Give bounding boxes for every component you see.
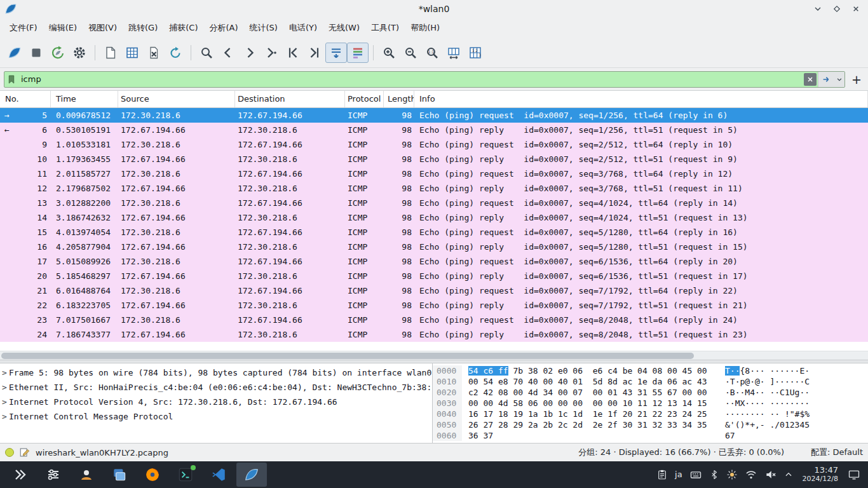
filter-apply-icon[interactable] [818, 72, 834, 87]
reload-file-icon[interactable] [165, 43, 186, 63]
packet-list[interactable]: → 5 0.009678512 172.30.218.6 172.67.194.… [0, 108, 868, 351]
display-filter-field[interactable] [4, 71, 845, 88]
packet-row-4[interactable]: 11 2.011585727 172.30.218.6 172.67.194.6… [0, 166, 868, 181]
vscode-icon[interactable] [203, 463, 234, 487]
display-filter-input[interactable] [18, 72, 804, 87]
menu-item-7[interactable]: 电话(Y) [283, 18, 323, 38]
filter-bookmark-icon[interactable] [4, 72, 18, 87]
filter-dropdown-icon[interactable] [834, 72, 844, 87]
hex-bytes[interactable]: 54 c6 ff 7b 38 02 e0 06 e6 c4 be 04 08 0… [462, 365, 716, 376]
column-header-no[interactable]: No. [0, 91, 51, 107]
app-menu-icon[interactable] [5, 463, 36, 487]
volume-muted-icon[interactable] [764, 468, 777, 481]
colorize-packets-icon[interactable] [347, 43, 369, 63]
expert-info-icon[interactable] [5, 448, 14, 457]
packet-row-8[interactable]: 15 4.013974054 172.30.218.6 172.67.194.6… [0, 225, 868, 240]
filter-clear-icon[interactable] [804, 73, 817, 86]
expand-tray-icon[interactable] [784, 470, 793, 479]
menu-item-3[interactable]: 跳转(G) [123, 18, 163, 38]
toggle-columns-icon[interactable]: 123 [465, 43, 486, 63]
hex-bytes[interactable]: 00 00 4d 58 06 00 00 00 00 00 10 11 12 1… [462, 398, 716, 409]
packet-row-0[interactable]: → 5 0.009678512 172.30.218.6 172.67.194.… [0, 108, 868, 123]
add-filter-button-icon[interactable]: + [849, 72, 864, 87]
hex-ascii[interactable]: ·B··M4·· ··C1Ug·· [716, 387, 810, 398]
clipboard-icon[interactable] [656, 469, 668, 480]
menu-item-1[interactable]: 编辑(E) [43, 18, 83, 38]
column-header-destination[interactable]: Destination [235, 91, 345, 107]
packet-row-1[interactable]: ← 6 0.530105191 172.67.194.66 172.30.218… [0, 123, 868, 137]
menu-item-8[interactable]: 无线(W) [323, 18, 365, 38]
stop-capture-icon[interactable] [25, 43, 47, 63]
hex-bytes[interactable]: 36 37 [462, 430, 716, 441]
hex-ascii[interactable]: 67 [716, 430, 735, 441]
go-to-packet-icon[interactable] [261, 43, 282, 63]
packet-row-12[interactable]: 21 6.016488764 172.30.218.6 172.67.194.6… [0, 283, 868, 298]
detail-row-0[interactable]: > Frame 5: 98 bytes on wire (784 bits), … [0, 365, 432, 380]
menu-item-9[interactable]: 工具(T) [365, 18, 405, 38]
clock[interactable]: 13:47 2024/12/8 [800, 466, 841, 484]
hex-bytes[interactable]: 00 54 e8 70 40 00 40 01 5d 8d ac 1e da 0… [462, 376, 716, 387]
resize-columns-icon[interactable] [443, 43, 465, 63]
hex-row-2[interactable]: 0020 c2 42 08 00 4d 34 00 07 00 01 43 31… [433, 387, 868, 398]
start-capture-icon[interactable] [4, 43, 25, 63]
ime-indicator[interactable]: ja [675, 470, 682, 479]
column-header-source[interactable]: Source [118, 91, 235, 107]
terminal-icon[interactable] [170, 463, 201, 487]
hex-row-4[interactable]: 0040 16 17 18 19 1a 1b 1c 1d 1e 1f 20 21… [433, 409, 868, 419]
go-last-packet-icon[interactable] [304, 43, 325, 63]
wifi-icon[interactable] [745, 468, 757, 481]
hex-row-6[interactable]: 0060 36 37 67 [433, 430, 868, 441]
packet-row-2[interactable]: 9 1.010533181 172.30.218.6 172.67.194.66… [0, 137, 868, 152]
hex-row-3[interactable]: 0030 00 00 4d 58 06 00 00 00 00 00 10 11… [433, 398, 868, 409]
hex-row-5[interactable]: 0050 26 27 28 29 2a 2b 2c 2d 2e 2f 30 31… [433, 419, 868, 430]
expander-icon[interactable]: > [0, 365, 9, 380]
zoom-out-icon[interactable] [400, 43, 421, 63]
close-file-icon[interactable] [143, 43, 165, 63]
show-desktop-icon[interactable] [848, 468, 860, 481]
hex-ascii[interactable]: &'()*+,- ./012345 [716, 419, 810, 430]
go-back-icon[interactable] [217, 43, 239, 63]
packet-row-7[interactable]: 14 3.186742632 172.67.194.66 172.30.218.… [0, 210, 868, 225]
open-file-icon[interactable] [100, 43, 121, 63]
hex-bytes[interactable]: 16 17 18 19 1a 1b 1c 1d 1e 1f 20 21 22 2… [462, 409, 716, 419]
packet-row-15[interactable]: 24 7.186743377 172.67.194.66 172.30.218.… [0, 327, 868, 342]
profile-label[interactable]: 配置: Default [811, 447, 863, 458]
restart-capture-icon[interactable] [47, 43, 69, 63]
hex-dump-pane[interactable]: 0000 54 c6 ff 7b 38 02 e0 06 e6 c4 be 04… [433, 363, 868, 443]
zoom-original-icon[interactable]: 1:1 [421, 43, 443, 63]
packet-row-6[interactable]: 13 3.012882200 172.30.218.6 172.67.194.6… [0, 196, 868, 210]
packet-row-14[interactable]: 23 7.017501667 172.30.218.6 172.67.194.6… [0, 313, 868, 327]
menu-item-5[interactable]: 分析(A) [203, 18, 243, 38]
save-file-icon[interactable] [121, 43, 143, 63]
night-light-icon[interactable] [726, 469, 738, 480]
packet-row-3[interactable]: 10 1.179363455 172.67.194.66 172.30.218.… [0, 152, 868, 166]
hex-bytes[interactable]: c2 42 08 00 4d 34 00 07 00 01 43 31 55 6… [462, 387, 716, 398]
capture-options-icon[interactable] [69, 43, 90, 63]
user-accounts-icon[interactable] [71, 463, 102, 487]
expander-icon[interactable]: > [0, 395, 9, 409]
column-header-info[interactable]: Info [414, 91, 868, 107]
capture-comment-icon[interactable] [19, 447, 31, 458]
detail-row-1[interactable]: > Ethernet II, Src: HonHaiPrecis_c4:be:0… [0, 380, 432, 395]
zoom-in-icon[interactable] [378, 43, 400, 63]
hex-bytes[interactable]: 26 27 28 29 2a 2b 2c 2d 2e 2f 30 31 32 3… [462, 419, 716, 430]
detail-row-2[interactable]: > Internet Protocol Version 4, Src: 172.… [0, 395, 432, 409]
menu-item-10[interactable]: 帮助(H) [405, 18, 445, 38]
packet-row-5[interactable]: 12 2.179687502 172.67.194.66 172.30.218.… [0, 181, 868, 196]
packet-row-10[interactable]: 17 5.015089926 172.30.218.6 172.67.194.6… [0, 254, 868, 269]
expander-icon[interactable]: > [0, 380, 9, 395]
menu-item-0[interactable]: 文件(F) [4, 18, 43, 38]
detail-row-3[interactable]: > Internet Control Message Protocol [0, 409, 432, 424]
column-header-length[interactable]: Length [384, 91, 414, 107]
packet-row-11[interactable]: 20 5.185468297 172.67.194.66 172.30.218.… [0, 269, 868, 283]
keyboard-icon[interactable] [689, 468, 702, 481]
horizontal-scrollbar[interactable] [0, 351, 868, 360]
go-first-packet-icon[interactable] [282, 43, 304, 63]
auto-scroll-icon[interactable] [325, 43, 347, 63]
hex-ascii[interactable]: ········ ·· !"#$% [716, 409, 810, 419]
hex-ascii[interactable]: ·T·p@·@· ]······C [716, 376, 810, 387]
column-header-protocol[interactable]: Protocol [345, 91, 384, 107]
hex-row-1[interactable]: 0010 00 54 e8 70 40 00 40 01 5d 8d ac 1e… [433, 376, 868, 387]
wireshark-taskbar-icon[interactable] [236, 463, 267, 487]
find-packet-icon[interactable] [196, 43, 217, 63]
